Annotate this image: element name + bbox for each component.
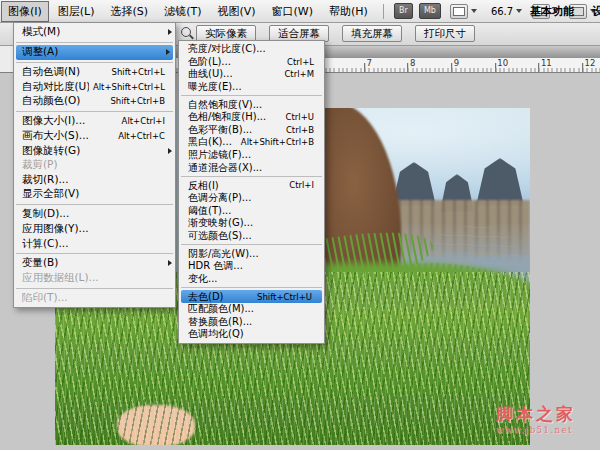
menu-item[interactable]: 通道混合器(X)... (179, 161, 324, 174)
menu-item[interactable]: 曝光度(E)... (179, 81, 324, 94)
menu-item[interactable]: 应用图像(Y)... (14, 222, 175, 237)
building-roof (476, 158, 524, 206)
menu-item[interactable]: 显示全部(V) (14, 187, 175, 202)
menu-item[interactable]: 阴影/高光(W)... (179, 247, 324, 260)
menu-item[interactable]: 色阶(L)...Ctrl+L (179, 56, 324, 69)
menu-item-shortcut: Shift+Ctrl+U (257, 292, 312, 302)
zoom-tool-icon[interactable] (180, 26, 194, 41)
menu-item-label: 可选颜色(S)... (188, 229, 310, 243)
menu-item[interactable]: 可选颜色(S)... (179, 229, 324, 242)
toolbar-separator (383, 4, 384, 19)
menu-item-label: 图像大小(I)... (22, 114, 118, 128)
menu-item-label: 裁剪(P) (22, 158, 161, 172)
menu-item-shortcut: Alt+Ctrl+I (122, 116, 165, 126)
menu-item[interactable]: 自动色调(N)Shift+Ctrl+L (14, 65, 175, 80)
site-watermark: 脚本之家 www.jb51.net (496, 406, 576, 435)
menu-item[interactable]: 变量(B) (14, 256, 175, 271)
menu-item[interactable]: 色相/饱和度(H)...Ctrl+U (179, 111, 324, 124)
ruler-number: 9 (454, 58, 459, 68)
menubar-menu[interactable]: 图层(L) (51, 1, 102, 22)
menu-item-shortcut: Alt+Shift+Ctrl+B (241, 137, 314, 147)
menubar-menu[interactable]: 帮助(H) (322, 1, 375, 22)
menu-item[interactable]: 去色(D)Shift+Ctrl+U (181, 290, 322, 303)
menu-separator (16, 204, 173, 205)
menu-item[interactable]: 色调分离(P)... (179, 192, 324, 205)
menu-item[interactable]: 渐变映射(G)... (179, 217, 324, 230)
menu-item[interactable]: 计算(C)... (14, 236, 175, 251)
menu-item-label: 曝光度(E)... (188, 80, 310, 94)
workspace-button[interactable]: 设计 (592, 4, 600, 19)
menu-item[interactable]: 裁切(R)... (14, 172, 175, 187)
menu-item-shortcut: Ctrl+B (286, 125, 314, 135)
menu-item[interactable]: 图像大小(I)...Alt+Ctrl+I (14, 114, 175, 129)
menu-item[interactable]: 复制(D)... (14, 207, 175, 222)
menu-separator (181, 176, 322, 177)
menu-item-label: 自动颜色(O) (22, 94, 106, 108)
menu-item-label: 画布大小(S)... (22, 129, 114, 143)
menu-item-shortcut: Ctrl+U (286, 112, 314, 122)
view-extras-caret-icon[interactable] (471, 9, 477, 13)
menu-item-shortcut: Alt+Shift+Ctrl+L (93, 82, 165, 92)
menu-item[interactable]: 应用数据组(L)... (14, 271, 175, 286)
options-bar-button[interactable]: 填充屏幕 (342, 25, 402, 42)
menu-separator (181, 287, 322, 288)
menu-item[interactable]: 照片滤镜(F)... (179, 149, 324, 162)
adjustments-submenu: 亮度/对比度(C)...色阶(L)...Ctrl+L曲线(U)...Ctrl+M… (178, 40, 325, 344)
menu-item[interactable]: 黑白(K)...Alt+Shift+Ctrl+B (179, 136, 324, 149)
menu-item[interactable]: 自动颜色(O)Shift+Ctrl+B (14, 94, 175, 109)
menu-item-label: 变化... (188, 272, 310, 286)
menu-item-label: 图像旋转(G) (22, 144, 161, 158)
vertical-ruler-fragment (0, 45, 14, 72)
menu-item-shortcut: Alt+Ctrl+C (118, 131, 165, 141)
workspace-button[interactable]: 基本功能 (530, 4, 574, 19)
menu-item[interactable]: 自然饱和度(V)... (179, 99, 324, 112)
ruler-number: 12 (585, 58, 596, 68)
zoom-level-caret-icon[interactable] (516, 9, 522, 13)
menu-item[interactable]: 自动对比度(U)Alt+Shift+Ctrl+L (14, 80, 175, 95)
zoom-level-value[interactable]: 66.7 (491, 6, 513, 17)
menu-item-shortcut: Shift+Ctrl+B (110, 96, 165, 106)
ruler-number: 11 (541, 58, 552, 68)
menubar-menu[interactable]: 滤镜(T) (157, 1, 208, 22)
menu-item[interactable]: 图像旋转(G) (14, 143, 175, 158)
menu-item[interactable]: 陷印(T)... (14, 291, 175, 306)
menu-item[interactable]: 替换颜色(R)... (179, 315, 324, 328)
menu-item-label: 变量(B) (22, 256, 161, 270)
submenu-arrow-icon (165, 260, 172, 266)
menu-item-label: 应用图像(Y)... (22, 222, 161, 236)
menu-item-label: 色调均化(Q) (188, 327, 310, 341)
menubar-menu[interactable]: 窗口(W) (265, 1, 320, 22)
watermark-url: www.jb51.net (496, 426, 576, 435)
submenu-arrow-icon (163, 49, 170, 55)
menu-item-label: 复制(D)... (22, 207, 161, 221)
menu-separator (16, 111, 173, 112)
menu-item[interactable]: 阈值(T)... (179, 204, 324, 217)
menu-item[interactable]: 曲线(U)...Ctrl+M (179, 68, 324, 81)
options-bar-button[interactable]: 打印尺寸 (415, 25, 475, 42)
menubar-menu[interactable]: 图像(I) (1, 1, 49, 22)
menu-item-shortcut: Ctrl+L (287, 57, 314, 67)
submenu-arrow-icon (165, 148, 172, 154)
bridge-launch-icon[interactable]: Br (394, 3, 413, 19)
view-extras-icon[interactable] (450, 4, 468, 19)
menu-item[interactable]: 变化... (179, 272, 324, 285)
menu-bar: 图像(I)图层(L)选择(S)滤镜(T)视图(V)窗口(W)帮助(H) Br M… (0, 0, 600, 23)
menu-item[interactable]: 画布大小(S)...Alt+Ctrl+C (14, 129, 175, 144)
menu-item[interactable]: 色彩平衡(B)...Ctrl+B (179, 124, 324, 137)
menu-item-label: 显示全部(V) (22, 187, 161, 201)
photoshop-window: 789101112 (0, 0, 600, 450)
menubar-menu[interactable]: 视图(V) (210, 1, 262, 22)
menu-item[interactable]: 匹配颜色(M)... (179, 303, 324, 316)
menu-item[interactable]: 调整(A) (16, 45, 173, 60)
menu-item[interactable]: 模式(M) (14, 25, 175, 40)
menu-item-label: 自动对比度(U) (22, 80, 89, 94)
menubar-menu[interactable]: 选择(S) (104, 1, 156, 22)
menu-item[interactable]: 反相(I)Ctrl+I (179, 179, 324, 192)
menu-item[interactable]: HDR 色调... (179, 260, 324, 273)
menu-item[interactable]: 亮度/对比度(C)... (179, 43, 324, 56)
menu-item[interactable]: 色调均化(Q) (179, 328, 324, 341)
menu-item[interactable]: 裁剪(P) (14, 158, 175, 173)
menu-separator (16, 42, 173, 43)
menu-item-label: 计算(C)... (22, 237, 161, 251)
mini-bridge-icon[interactable]: Mb (419, 3, 441, 19)
